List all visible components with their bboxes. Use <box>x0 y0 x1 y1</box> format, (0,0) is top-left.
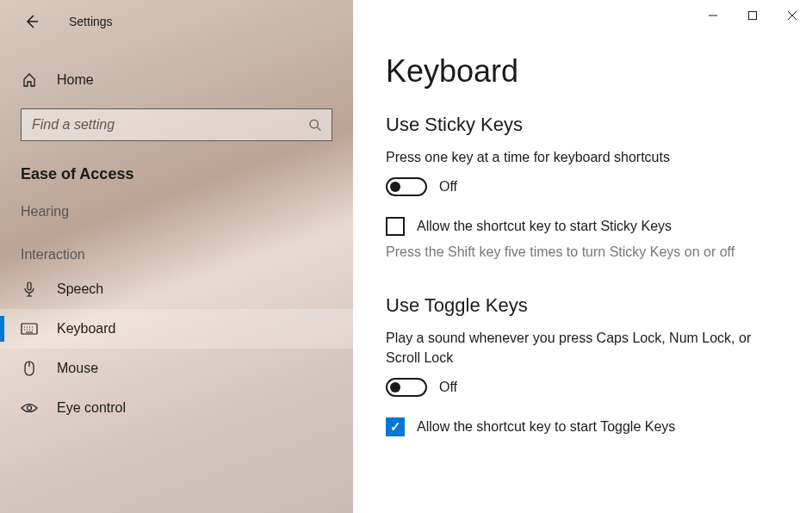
minimize-icon <box>708 10 718 21</box>
toggle-keys-desc: Play a sound whenever you press Caps Loc… <box>386 329 771 368</box>
sidebar-item-label: Keyboard <box>57 321 116 337</box>
home-label: Home <box>57 72 94 88</box>
home-icon <box>21 72 38 88</box>
microphone-icon <box>21 281 38 297</box>
sidebar-item-eye-control[interactable]: Eye control <box>0 388 353 428</box>
search-icon <box>308 118 321 132</box>
search-input[interactable] <box>32 117 308 133</box>
back-button[interactable] <box>21 11 41 32</box>
toggle-keys-shortcut-checkbox[interactable] <box>386 417 405 436</box>
sidebar-item-keyboard[interactable]: Keyboard <box>0 309 353 349</box>
mouse-icon <box>21 361 38 376</box>
sub-section-hearing[interactable]: Hearing <box>21 204 353 219</box>
svg-point-0 <box>310 120 319 128</box>
toggle-keys-toggle-state: Off <box>439 380 457 395</box>
minimize-button[interactable] <box>693 0 733 31</box>
eye-icon <box>21 402 38 414</box>
maximize-button[interactable] <box>733 0 772 31</box>
svg-point-4 <box>28 406 32 411</box>
svg-rect-5 <box>749 12 757 20</box>
toggle-keys-heading: Use Toggle Keys <box>386 294 771 317</box>
sidebar-item-label: Eye control <box>57 400 126 416</box>
close-button[interactable] <box>772 0 812 31</box>
interaction-header: Interaction <box>21 247 353 263</box>
sticky-keys-toggle-state: Off <box>439 179 457 195</box>
arrow-left-icon <box>23 14 39 29</box>
close-icon <box>787 10 797 21</box>
section-header: Ease of Access <box>21 165 353 183</box>
svg-rect-1 <box>28 282 31 290</box>
window-title: Settings <box>69 15 113 28</box>
sidebar-item-mouse[interactable]: Mouse <box>0 349 353 388</box>
sticky-keys-shortcut-label: Allow the shortcut key to start Sticky K… <box>417 219 672 234</box>
search-input-container[interactable] <box>21 108 332 141</box>
main-content: Keyboard Use Sticky Keys Press one key a… <box>353 0 812 513</box>
sidebar: Settings Home Ease of Access Hearing Int… <box>0 0 353 513</box>
maximize-icon <box>747 10 758 21</box>
sidebar-item-label: Speech <box>57 281 103 297</box>
sticky-keys-shortcut-checkbox[interactable] <box>386 217 405 236</box>
sticky-keys-hint: Press the Shift key five times to turn S… <box>386 244 771 260</box>
sidebar-item-speech[interactable]: Speech <box>0 269 353 309</box>
home-nav-item[interactable]: Home <box>0 64 353 96</box>
page-title: Keyboard <box>386 53 771 90</box>
toggle-keys-toggle[interactable] <box>386 378 427 397</box>
sticky-keys-toggle[interactable] <box>386 177 427 196</box>
sticky-keys-heading: Use Sticky Keys <box>386 114 771 136</box>
keyboard-icon <box>21 323 38 335</box>
sticky-keys-desc: Press one key at a time for keyboard sho… <box>386 148 771 167</box>
toggle-keys-shortcut-label: Allow the shortcut key to start Toggle K… <box>417 419 675 435</box>
sidebar-item-label: Mouse <box>57 361 98 376</box>
